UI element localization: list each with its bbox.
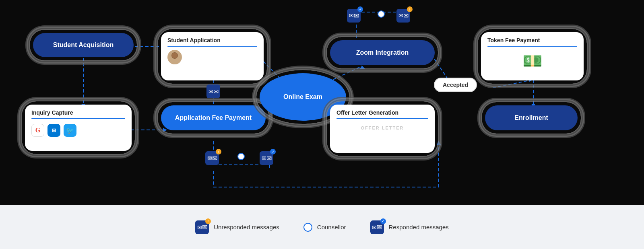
legend: ✉ ! Unresponded messages Counsellor ✉ ✓ … (0, 205, 644, 249)
application-fee-label: Application Fee Payment (175, 114, 252, 121)
application-fee-node[interactable]: Application Fee Payment (161, 105, 266, 130)
mail-icon-bottom-left: ✉ ! (205, 151, 219, 165)
offer-letter-title: Offer Letter Generation (330, 105, 435, 118)
student-acquisition-ring: Student Acquisition (33, 33, 134, 57)
enrollment-ring: Enrollment (485, 105, 578, 130)
mail-icon-1: ✉ (206, 84, 220, 98)
student-acquisition-node[interactable]: Student Acquisition (33, 33, 134, 57)
enrollment-label: Enrollment (514, 114, 548, 121)
legend-counsellor-icon (303, 223, 312, 232)
enrollment-node[interactable]: Enrollment (485, 105, 578, 130)
counsellor-dot-bottom (237, 153, 245, 160)
counsellor-indicator-top (378, 10, 385, 18)
legend-unresponded: ✉ ! Unresponded messages (195, 220, 279, 234)
svg-point-30 (172, 53, 178, 58)
inquiry-capture-title: Inquiry Capture (25, 105, 132, 118)
token-fee-content: 💵 (481, 50, 584, 77)
token-fee-node[interactable]: Token Fee Payment 💵 (481, 32, 584, 80)
legend-responded-label: Responded messages (389, 224, 449, 230)
zoom-integration-label: Zoom Integration (356, 49, 409, 56)
student-application-ring: Student Application (161, 32, 264, 80)
student-acquisition-label: Student Acquisition (53, 41, 114, 49)
legend-unresponded-label: Unresponded messages (214, 224, 279, 230)
offer-letter-node[interactable]: Offer Letter Generation OFFER LETTER (330, 105, 435, 153)
token-fee-divider (487, 46, 577, 47)
microsoft-icon: ⊞ (47, 124, 60, 137)
accepted-label: Accepted (434, 78, 477, 92)
student-application-node[interactable]: Student Application (161, 32, 264, 80)
mail-badge-check: ✓ (357, 6, 363, 12)
inquiry-capture-divider (31, 118, 125, 119)
legend-responded-icon: ✉ ✓ (370, 220, 384, 234)
offer-letter-ring: Offer Letter Generation OFFER LETTER (330, 105, 435, 153)
twitter-icon: 🐦 (64, 124, 76, 137)
zoom-integration-ring: Zoom Integration (330, 40, 435, 65)
mail-icon-bottom-right: ✉ ✓ (260, 151, 273, 165)
inquiry-capture-content: G ⊞ 🐦 (25, 122, 132, 143)
student-application-title: Student Application (161, 32, 264, 46)
student-application-content (161, 50, 264, 69)
social-icons: G ⊞ 🐦 (31, 122, 125, 138)
token-fee-title: Token Fee Payment (481, 32, 584, 46)
online-exam-label: Online Exam (283, 93, 322, 101)
offer-letter-divider (336, 118, 428, 119)
mail-badge-orange-bottom: ! (216, 149, 221, 154)
legend-badge-blue: ✓ (380, 218, 386, 224)
application-fee-ring: Application Fee Payment (161, 105, 266, 130)
offer-letter-text: OFFER LETTER (330, 122, 435, 134)
student-avatar (167, 50, 182, 64)
legend-badge-orange: ! (205, 218, 211, 224)
inquiry-capture-node[interactable]: Inquiry Capture G ⊞ 🐦 (25, 105, 132, 151)
inquiry-capture-ring: Inquiry Capture G ⊞ 🐦 (25, 105, 132, 151)
legend-unresponded-icon: ✉ ! (195, 220, 209, 234)
mail-icon-top-left: ✉ ✓ (347, 9, 361, 23)
zoom-integration-node[interactable]: Zoom Integration (330, 40, 435, 65)
workflow-canvas: Student Acquisition Inquiry Capture G ⊞ … (0, 0, 644, 205)
legend-counsellor: Counsellor (303, 223, 346, 232)
mail-icon-top-right: ✉ ! (396, 9, 410, 23)
svg-point-29 (169, 60, 180, 64)
counsellor-dot-top (378, 10, 385, 18)
legend-responded: ✉ ✓ Responded messages (370, 220, 449, 234)
mail-badge-blue-bottom: ✓ (270, 149, 276, 154)
money-icon: 💵 (487, 50, 577, 72)
google-icon: G (31, 124, 44, 137)
mail-badge-orange-top: ! (407, 6, 413, 12)
token-fee-ring: Token Fee Payment 💵 (481, 32, 584, 80)
student-application-divider (167, 46, 257, 47)
mail-icon-1-container: ✉ (206, 84, 220, 98)
legend-counsellor-label: Counsellor (317, 224, 346, 230)
counsellor-indicator-bottom (237, 153, 245, 160)
